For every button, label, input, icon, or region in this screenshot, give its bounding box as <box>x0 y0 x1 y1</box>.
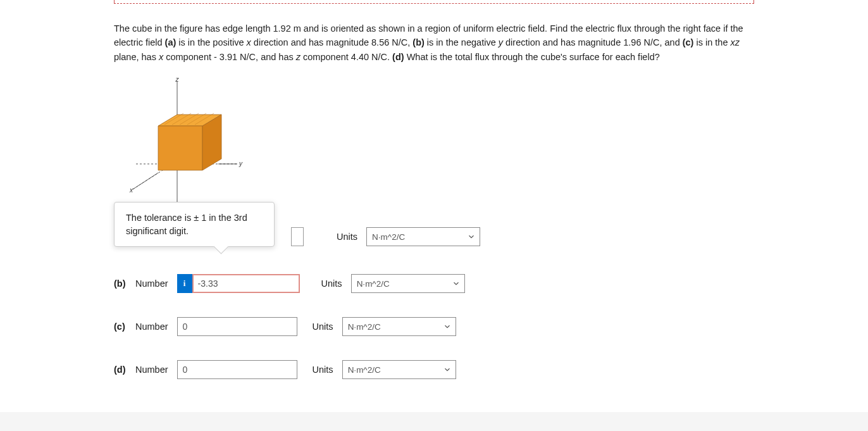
units-label: Units <box>313 322 333 332</box>
svg-marker-6 <box>158 126 202 170</box>
answer-row-d: (d) Number Units N·m^2/C <box>114 360 754 379</box>
part-c-label: (c) <box>114 322 129 332</box>
number-input-c[interactable] <box>177 317 297 336</box>
q-text: is in the negative <box>425 37 499 47</box>
tolerance-tooltip: The tolerance is ± 1 in the 3rd signific… <box>114 202 275 247</box>
cube-shape <box>158 113 221 170</box>
y-axis-label: y <box>239 160 243 167</box>
tooltip-text: The tolerance is ± 1 in the 3rd signific… <box>126 213 247 235</box>
q-text: is in the <box>693 37 730 47</box>
q-text: is in the positive <box>176 37 246 47</box>
units-label: Units <box>313 365 333 375</box>
q-bold-d: (d) <box>392 52 404 62</box>
q-italic: y <box>499 37 503 47</box>
answer-row-b: (b) Number i Units N·m^2/C <box>114 274 754 293</box>
units-select-a[interactable]: N·m^2/C <box>366 227 480 246</box>
units-select-c[interactable]: N·m^2/C <box>342 317 456 336</box>
dashed-border-section <box>114 0 754 4</box>
q-text: component - 3.91 N/C, and has <box>163 52 296 62</box>
q-bold-b: (b) <box>412 37 425 47</box>
q-bold-c: (c) <box>683 37 694 47</box>
answer-row-a: The tolerance is ± 1 in the 3rd signific… <box>114 227 754 246</box>
info-icon[interactable]: i <box>177 274 192 293</box>
q-italic: z <box>296 52 301 62</box>
q-italic: xz <box>730 37 740 47</box>
units-select-d[interactable]: N·m^2/C <box>342 360 456 379</box>
part-b-label: (b) <box>114 278 129 289</box>
content-area: The cube in the figure has edge length 1… <box>114 22 754 379</box>
number-label: Number <box>135 322 168 332</box>
question-text: The cube in the figure has edge length 1… <box>114 22 754 64</box>
page-container: The cube in the figure has edge length 1… <box>0 0 868 412</box>
q-text: What is the total flux through the cube'… <box>404 52 660 62</box>
q-italic: x <box>247 37 251 47</box>
units-label: Units <box>321 278 342 289</box>
q-text: plane, has <box>114 52 159 62</box>
number-label: Number <box>135 278 168 289</box>
svg-line-2 <box>133 173 158 189</box>
q-bold-a: (a) <box>165 37 177 47</box>
q-text: direction and has magnitude 1.96 N/C, an… <box>503 37 683 47</box>
q-text: direction and has magnitude 8.56 N/C, <box>251 37 413 47</box>
part-d-label: (d) <box>114 365 129 375</box>
q-text: component 4.40 N/C. <box>301 52 392 62</box>
cube-svg: z x y <box>120 75 247 221</box>
number-input-b[interactable] <box>192 274 300 293</box>
number-input-d[interactable] <box>177 360 297 379</box>
answer-row-c: (c) Number Units N·m^2/C <box>114 317 754 336</box>
number-input-a-partial[interactable] <box>291 227 304 246</box>
units-select-b[interactable]: N·m^2/C <box>351 274 465 293</box>
units-label: Units <box>337 232 357 242</box>
x-axis-label: x <box>129 187 133 194</box>
number-label: Number <box>135 365 168 375</box>
cube-figure: z x y <box>120 75 247 221</box>
z-axis-label: z <box>175 76 180 83</box>
